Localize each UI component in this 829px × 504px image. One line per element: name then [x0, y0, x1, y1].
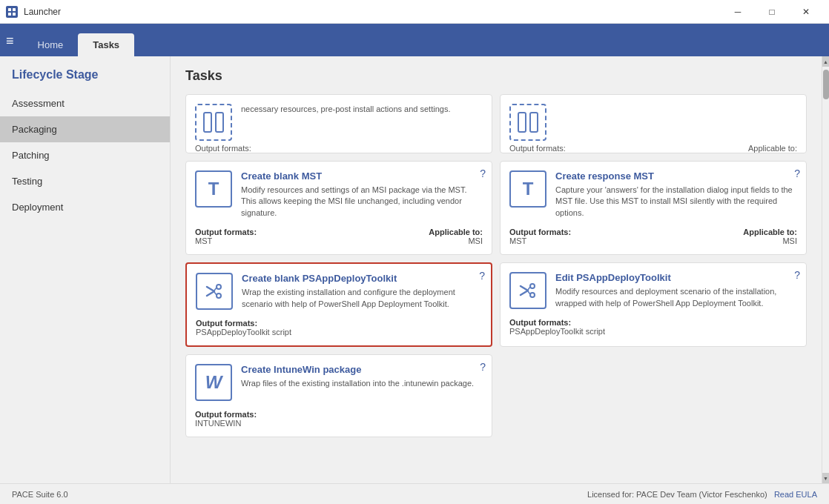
sidebar: Lifecycle Stage Assessment Packaging Pat… — [0, 56, 171, 483]
help-icon-psapp-edit[interactable]: ? — [794, 269, 800, 281]
nav-bar: ≡ Home Tasks — [0, 24, 829, 56]
task-footer-blank-mst: Output formats: Applicable to: MST MSI — [195, 228, 483, 245]
task-desc-response-mst: Capture your 'answers' for the installat… — [555, 185, 797, 219]
task-card-intunewin[interactable]: ? W Create IntuneWin package Wrap files … — [185, 354, 492, 437]
help-icon-intunewin[interactable]: ? — [480, 361, 486, 373]
card-top-blank-mst: T Create blank MST Modify resources and … — [195, 170, 483, 219]
svg-point-12 — [530, 284, 535, 288]
t-icon-response-mst: T — [523, 179, 534, 199]
output-value-intunewin: INTUNEWIN — [195, 419, 241, 428]
task-info-blank-mst: Create blank MST Modify resources and se… — [241, 170, 483, 219]
svg-rect-5 — [216, 113, 223, 132]
output-label-partial-left: Output formats: — [195, 144, 251, 153]
svg-line-15 — [528, 291, 530, 294]
output-value-psapp-edit: PSAppDeployToolkit script — [509, 327, 605, 336]
task-desc-intunewin: Wrap files of the existing installation … — [241, 378, 483, 389]
title-bar: Launcher ─ □ ✕ — [0, 0, 829, 24]
output-value-response-mst: MST — [509, 236, 526, 245]
sidebar-item-patching[interactable]: Patching — [0, 142, 170, 168]
output-label-partial-right: Output formats: — [509, 144, 566, 153]
status-bar: PACE Suite 6.0 Licensed for: PACE Dev Te… — [0, 483, 829, 504]
svg-rect-1 — [13, 8, 16, 11]
svg-rect-2 — [8, 13, 11, 16]
svg-rect-4 — [204, 113, 211, 132]
task-title-intunewin: Create IntuneWin package — [241, 364, 483, 375]
close-button[interactable]: ✕ — [789, 0, 823, 24]
task-card-partial-left[interactable]: necessary resources, pre-post install ac… — [185, 94, 492, 153]
svg-rect-7 — [530, 113, 538, 132]
applicable-value-partial-right: MSI, MST — [761, 153, 797, 153]
content-area: Tasks necessary resources, pre-post inst… — [171, 56, 822, 483]
t-icon-blank-mst: T — [208, 179, 219, 199]
task-card-partial-right[interactable]: Output formats: Applicable to: MSI, MST,… — [500, 94, 807, 153]
task-grid: necessary resources, pre-post install ac… — [185, 94, 807, 437]
applicable-value-blank-mst: MSI — [468, 236, 483, 245]
w-icon-intunewin: W — [205, 372, 222, 393]
scroll-down-arrow[interactable]: ▼ — [822, 473, 830, 483]
footer-row-partial-right: Output formats: Applicable to: — [509, 144, 797, 153]
footer-row-response-mst: Output formats: Applicable to: — [509, 228, 797, 236]
card-top-intunewin: W Create IntuneWin package Wrap files of… — [195, 364, 483, 401]
output-label-blank-mst: Output formats: — [195, 228, 257, 236]
scroll-rail: ▲ ▼ — [822, 56, 829, 483]
svg-line-14 — [528, 287, 530, 290]
task-icon-response-mst: T — [509, 170, 546, 208]
tab-tasks[interactable]: Tasks — [78, 33, 134, 56]
task-info-intunewin: Create IntuneWin package Wrap files of t… — [241, 364, 483, 389]
task-card-response-mst[interactable]: ? T Create response MST Capture your 'an… — [500, 161, 807, 255]
output-value-blank-mst: MST — [195, 236, 212, 245]
output-label-response-mst: Output formats: — [509, 228, 571, 236]
tab-home[interactable]: Home — [23, 33, 79, 56]
task-footer-response-mst: Output formats: Applicable to: MST MSI — [509, 228, 797, 245]
output-value-psapp-create: PSAppDeployToolkit script — [196, 328, 291, 336]
sidebar-item-testing[interactable]: Testing — [0, 168, 170, 194]
help-icon-psapp-create[interactable]: ? — [479, 270, 485, 282]
task-title-response-mst: Create response MST — [555, 170, 797, 182]
applicable-label-blank-mst: Applicable to: — [429, 228, 483, 236]
task-info-partial-left: necessary resources, pre-post install ac… — [241, 104, 483, 115]
scroll-thumb[interactable] — [823, 70, 829, 99]
svg-point-8 — [217, 285, 221, 289]
task-info-psapp-edit: Edit PSAppDeployToolkit Modify resources… — [555, 272, 797, 309]
main-layout: Lifecycle Stage Assessment Packaging Pat… — [0, 56, 829, 483]
task-card-psapp-create[interactable]: ? Create blank PSAppDeployToolkit — [185, 262, 492, 347]
task-footer-psapp-edit: Output formats: PSAppDeployToolkit scrip… — [509, 318, 797, 336]
version-label: PACE Suite 6.0 — [12, 490, 68, 499]
sidebar-item-deployment[interactable]: Deployment — [0, 194, 170, 220]
svg-point-9 — [217, 294, 221, 298]
task-desc-psapp-create: Wrap the existing installation and confi… — [242, 287, 482, 310]
task-icon-psapp-create — [196, 273, 233, 310]
eula-link[interactable]: Read EULA — [774, 490, 817, 499]
maximize-button[interactable]: □ — [755, 0, 789, 24]
hamburger-menu[interactable]: ≡ — [6, 33, 14, 56]
footer-values-blank-mst: MST MSI — [195, 236, 483, 245]
task-card-blank-mst[interactable]: ? T Create blank MST Modify resources an… — [185, 161, 492, 255]
task-footer-partial-left: Output formats: MSI, MST, MSM, MSP — [195, 144, 483, 153]
sidebar-item-assessment[interactable]: Assessment — [0, 90, 170, 116]
task-desc-blank-mst: Modify resources and settings of an MSI … — [241, 185, 483, 219]
output-value-partial-right: MSI, MST, MSM, MSP — [509, 153, 590, 153]
window-controls: ─ □ ✕ — [721, 0, 823, 24]
task-footer-psapp-create: Output formats: PSAppDeployToolkit scrip… — [196, 319, 482, 336]
task-icon-partial-left — [195, 104, 232, 141]
task-icon-partial-right — [509, 104, 546, 141]
task-info-psapp-create: Create blank PSAppDeployToolkit Wrap the… — [242, 273, 482, 310]
task-icon-blank-mst: T — [195, 170, 232, 208]
svg-rect-0 — [8, 8, 11, 11]
output-label-psapp-create: Output formats: — [196, 319, 257, 328]
scroll-up-arrow[interactable]: ▲ — [822, 56, 830, 67]
task-title-psapp-edit: Edit PSAppDeployToolkit — [555, 272, 797, 283]
footer-values-response-mst: MST MSI — [509, 236, 797, 245]
license-info: Licensed for: PACE Dev Team (Victor Fesc… — [587, 490, 817, 499]
help-icon-blank-mst[interactable]: ? — [480, 168, 486, 179]
app-title: Launcher — [24, 7, 721, 17]
task-title-blank-mst: Create blank MST — [241, 170, 483, 182]
task-info-response-mst: Create response MST Capture your 'answer… — [555, 170, 797, 219]
license-text: Licensed for: PACE Dev Team (Victor Fesc… — [587, 490, 767, 499]
minimize-button[interactable]: ─ — [721, 0, 755, 24]
output-value-partial-left: MSI, MST, MSM, MSP — [195, 153, 276, 153]
help-icon-response-mst[interactable]: ? — [794, 168, 800, 179]
page-title: Tasks — [185, 68, 807, 84]
task-card-psapp-edit[interactable]: ? Edit PSAppDeployToolkit Modify — [500, 262, 807, 347]
sidebar-item-packaging[interactable]: Packaging — [0, 116, 170, 142]
